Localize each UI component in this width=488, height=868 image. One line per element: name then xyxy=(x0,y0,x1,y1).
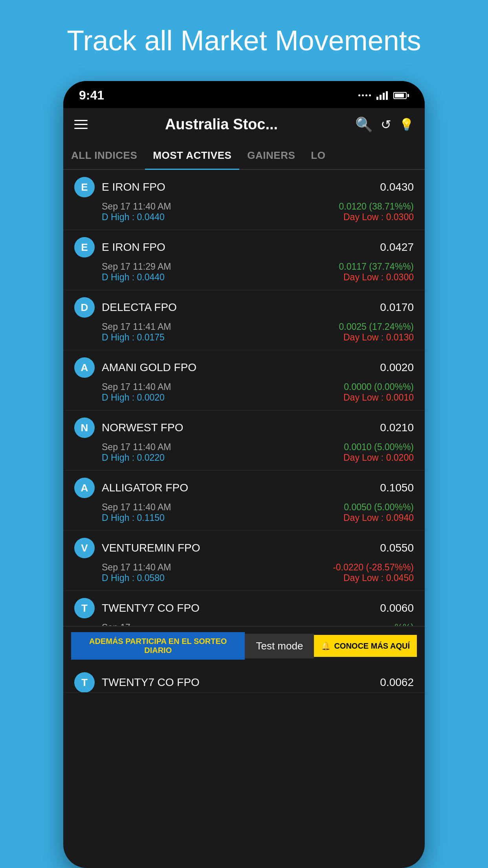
status-bar: 9:41 xyxy=(63,81,425,108)
stock-change: 0.0010 (5.00%%) xyxy=(344,442,414,452)
stock-low: Day Low : 0.0940 xyxy=(343,513,414,523)
menu-button[interactable] xyxy=(74,120,88,129)
avatar: D xyxy=(74,297,95,318)
list-item[interactable]: E E IRON FPO 0.0430 Sep 17 11:40 AM 0.01… xyxy=(63,170,425,230)
stock-price: 0.0550 xyxy=(380,542,414,554)
stock-date: Sep 17 11:40 AM xyxy=(102,201,171,212)
list-item[interactable]: T TWENTY7 CO FPO 0.0060 Sep 17... ...%%) xyxy=(63,591,425,626)
list-item[interactable]: A ALLIGATOR FPO 0.1050 Sep 17 11:40 AM 0… xyxy=(63,471,425,531)
stock-high: D High : 0.0580 xyxy=(102,573,165,583)
stock-name: AMANI GOLD FPO xyxy=(102,361,380,374)
stock-low: Day Low : 0.0450 xyxy=(343,573,414,583)
ad-test-mode: Test mode xyxy=(245,634,314,658)
conoce-icon: 🔔 xyxy=(321,641,331,651)
battery-icon xyxy=(393,92,409,99)
stock-low: Day Low : 0.0200 xyxy=(343,452,414,463)
stock-price: 0.0170 xyxy=(380,301,414,314)
stock-high: D High : 0.1150 xyxy=(102,513,165,523)
ad-left-text: ADEMÁS PARTICIPA EN EL SORTEO DIARIO xyxy=(71,632,245,660)
avatar: E xyxy=(74,237,95,257)
stock-change: -0.0220 (-28.57%%) xyxy=(333,562,414,573)
stock-low: Day Low : 0.0300 xyxy=(343,212,414,223)
stock-price: 0.0062 xyxy=(380,676,414,689)
status-icons xyxy=(358,91,409,100)
stock-date: Sep 17 11:29 AM xyxy=(102,261,171,272)
avatar: V xyxy=(74,538,95,558)
tab-gainers[interactable]: GAINERS xyxy=(239,141,303,169)
stock-price: 0.0020 xyxy=(380,361,414,374)
list-item[interactable]: N NORWEST FPO 0.0210 Sep 17 11:40 AM 0.0… xyxy=(63,410,425,471)
stock-name: TWENTY7 CO FPO xyxy=(102,602,380,614)
status-time: 9:41 xyxy=(79,88,104,103)
hero-title: Track all Market Movements xyxy=(51,24,437,57)
stock-date: Sep 17... xyxy=(102,622,138,626)
stock-high: D High : 0.0175 xyxy=(102,332,165,343)
stock-name: NORWEST FPO xyxy=(102,421,380,434)
stock-name: E IRON FPO xyxy=(102,181,380,193)
stock-price: 0.1050 xyxy=(380,482,414,494)
stock-price: 0.0060 xyxy=(380,602,414,614)
avatar: A xyxy=(74,357,95,378)
list-item[interactable]: V VENTUREMIN FPO 0.0550 Sep 17 11:40 AM … xyxy=(63,531,425,591)
search-icon[interactable]: 🔍 xyxy=(355,116,373,133)
stock-date: Sep 17 11:41 AM xyxy=(102,322,171,332)
stock-low: Day Low : 0.0010 xyxy=(343,392,414,403)
stock-change: 0.0000 (0.00%%) xyxy=(344,382,414,392)
list-item[interactable]: D DELECTA FPO 0.0170 Sep 17 11:41 AM 0.0… xyxy=(63,290,425,350)
stock-price: 0.0430 xyxy=(380,181,414,193)
stock-change: 0.0050 (5.00%%) xyxy=(344,502,414,513)
stock-change: ...%%) xyxy=(387,622,414,626)
ad-cta-text: CONOCE MÁS AQUÍ xyxy=(334,642,410,651)
stock-name: DELECTA FPO xyxy=(102,301,380,314)
list-item[interactable]: E E IRON FPO 0.0427 Sep 17 11:29 AM 0.01… xyxy=(63,230,425,290)
stock-date: Sep 17 11:40 AM xyxy=(102,562,171,573)
stock-price: 0.0210 xyxy=(380,421,414,434)
stock-name: VENTUREMIN FPO xyxy=(102,542,380,554)
refresh-icon[interactable]: ↺ xyxy=(381,117,391,132)
stock-date: Sep 17 11:40 AM xyxy=(102,382,171,392)
tab-bar: ALL INDICES MOST ACTIVES GAINERS LO xyxy=(63,141,425,170)
avatar: T xyxy=(74,672,95,693)
stock-low: Day Low : 0.0130 xyxy=(343,332,414,343)
stock-high: D High : 0.0220 xyxy=(102,452,165,463)
stock-name: TWENTY7 CO FPO xyxy=(102,676,380,689)
stock-name: ALLIGATOR FPO xyxy=(102,482,380,494)
tab-losers[interactable]: LO xyxy=(303,141,333,169)
ad-banner[interactable]: ADEMÁS PARTICIPA EN EL SORTEO DIARIO Tes… xyxy=(63,626,425,665)
signal-dots-icon xyxy=(358,94,371,96)
stock-date: Sep 17 11:40 AM xyxy=(102,442,171,452)
stock-date: Sep 17 11:40 AM xyxy=(102,502,171,513)
list-item[interactable]: A AMANI GOLD FPO 0.0020 Sep 17 11:40 AM … xyxy=(63,350,425,410)
stock-low: Day Low : 0.0300 xyxy=(343,272,414,283)
app-title: Australia Stoc... xyxy=(95,116,347,133)
avatar: A xyxy=(74,478,95,498)
tab-all-indices[interactable]: ALL INDICES xyxy=(63,141,145,169)
wifi-icon xyxy=(376,91,388,100)
tab-most-actives[interactable]: MOST ACTIVES xyxy=(145,141,239,170)
stock-price: 0.0427 xyxy=(380,241,414,254)
phone-frame: 9:41 Australia Stoc... 🔍 ↺ 💡 xyxy=(63,81,425,868)
list-item[interactable]: T TWENTY7 CO FPO 0.0062 xyxy=(63,665,425,693)
stock-high: D High : 0.0440 xyxy=(102,212,165,223)
stock-change: 0.0117 (37.74%%) xyxy=(339,261,414,272)
stock-high: D High : 0.0440 xyxy=(102,272,165,283)
stock-high: D High : 0.0020 xyxy=(102,392,165,403)
stock-change: 0.0025 (17.24%%) xyxy=(339,322,414,332)
app-bar: Australia Stoc... 🔍 ↺ 💡 xyxy=(63,108,425,141)
theme-icon[interactable]: 💡 xyxy=(399,118,414,131)
stock-list: E E IRON FPO 0.0430 Sep 17 11:40 AM 0.01… xyxy=(63,170,425,693)
ad-cta-button[interactable]: 🔔 CONOCE MÁS AQUÍ xyxy=(314,635,417,657)
stock-change: 0.0120 (38.71%%) xyxy=(339,201,414,212)
stock-name: E IRON FPO xyxy=(102,241,380,254)
avatar: N xyxy=(74,417,95,438)
avatar: T xyxy=(74,598,95,618)
avatar: E xyxy=(74,177,95,197)
